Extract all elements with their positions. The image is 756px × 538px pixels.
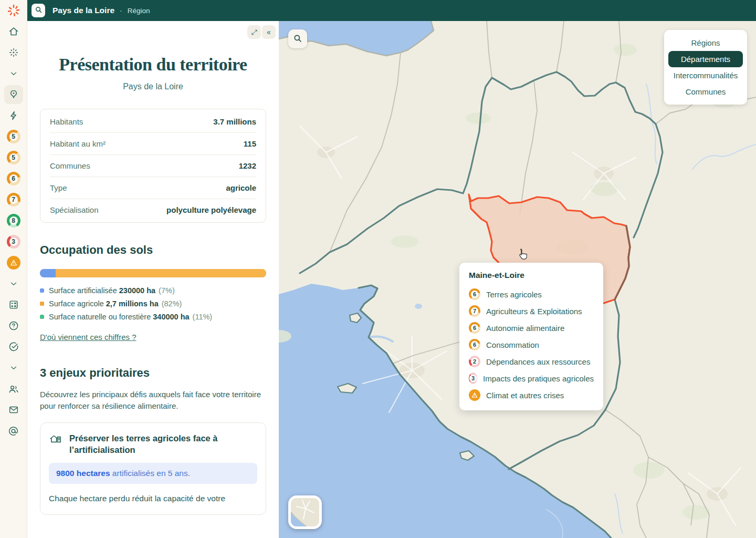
sidebar-item-help[interactable] — [6, 318, 21, 333]
sidebar-item-territory[interactable] — [4, 85, 23, 104]
legend-value: 340000 ha — [153, 313, 189, 321]
popup-item-impacts[interactable]: 3 Impacts des pratiques agricoles — [469, 370, 594, 387]
legend-swatch — [40, 315, 44, 319]
data-source-link[interactable]: D'où viennent ces chiffres ? — [40, 333, 136, 342]
sidebar-score-dependances[interactable]: 8 — [6, 213, 21, 228]
house-building-icon — [49, 432, 62, 456]
layer-option-regions[interactable]: Régions — [668, 35, 743, 51]
calculator-icon — [8, 299, 19, 311]
collapse-icon: « — [267, 28, 271, 36]
issue-stat-rest: artificialisés en 5 ans. — [110, 469, 191, 478]
stat-value: agricole — [226, 183, 256, 192]
page-subtitle: Pays de la Loire — [40, 82, 266, 91]
legend-pct: (7%) — [159, 286, 175, 295]
sidebar-item-spark[interactable] — [6, 45, 21, 60]
layer-option-intercommunalites[interactable]: Intercommunalités — [668, 67, 743, 84]
popup-item-label: Impacts des pratiques agricoles — [483, 374, 594, 383]
popup-item-terres[interactable]: 6 Terres agricoles — [469, 286, 594, 303]
popup-item-agriculteurs[interactable]: 7 Agriculteurs & Exploitations — [469, 303, 594, 319]
mail-icon — [8, 404, 19, 416]
issue-body: Chaque hectare perdu réduit la capacité … — [49, 493, 257, 504]
header-search-button[interactable] — [32, 4, 45, 17]
sidebar-item-energy[interactable] — [6, 108, 21, 123]
lightning-icon — [8, 110, 19, 121]
app-logo — [6, 3, 21, 18]
icon-rail: 5 5 6 7 8 3 — [0, 0, 27, 538]
score-value: 3 — [469, 375, 477, 382]
score-ring: 3 — [469, 373, 477, 384]
stat-label: Spécialisation — [50, 205, 99, 214]
popup-item-label: Dépendances aux ressources — [486, 357, 590, 366]
stat-label: Type — [50, 183, 67, 192]
popup-item-autonomie[interactable]: 6 Autonomie alimentaire — [469, 319, 594, 336]
expand-panel-button[interactable]: ⤢ — [247, 25, 261, 39]
stat-label: Habitants — [50, 117, 83, 126]
stat-label: Communes — [50, 161, 90, 170]
popup-item-dependances[interactable]: 2 Dépendances aux ressources — [469, 353, 594, 370]
check-circle-icon — [8, 341, 19, 353]
sidebar-item-contact[interactable] — [6, 423, 21, 438]
stat-value: polyculture polyélevage — [166, 205, 256, 214]
score-ring: 6 — [7, 172, 20, 185]
collapse-panel-button[interactable]: « — [262, 25, 276, 39]
layer-option-communes[interactable]: Communes — [668, 84, 743, 100]
territory-stats-card: Habitants 3.7 millions Habitant au km² 1… — [40, 109, 266, 223]
legend-row-artificialisee: Surface artificialisée230000 ha(7%) — [40, 286, 266, 295]
popup-item-consommation[interactable]: 6 Consommation — [469, 336, 594, 353]
sidebar-score-terres[interactable]: 5 — [6, 129, 21, 144]
score-value: 5 — [9, 132, 18, 141]
location-pin-icon — [8, 89, 19, 100]
minimap[interactable] — [288, 495, 322, 529]
sidebar-chevron-2[interactable] — [6, 276, 21, 291]
score-value: 7 — [471, 307, 478, 315]
legend-label: Surface artificialisée — [49, 286, 117, 295]
sidebar-item-calculator[interactable] — [6, 297, 21, 312]
popup-item-climat[interactable]: Climat et autres crises — [469, 387, 594, 404]
legend-pct: (82%) — [162, 299, 182, 308]
sidebar-item-community[interactable] — [6, 381, 21, 396]
score-ring: 6 — [469, 339, 480, 350]
score-value: 8 — [9, 216, 18, 225]
sidebar-chevron-1[interactable] — [6, 66, 21, 81]
map-search-button[interactable] — [288, 29, 307, 48]
sidebar-score-impacts[interactable]: 3 — [6, 234, 21, 249]
score-ring: 3 — [7, 235, 20, 249]
layer-option-departements[interactable]: Départements — [668, 51, 743, 67]
expand-icon: ⤢ — [251, 28, 257, 37]
score-value: 7 — [9, 195, 18, 204]
issue-title: Préserver les terres agricoles face à l’… — [69, 432, 257, 456]
legend-row-agricole: Surface agricole2,7 millions ha(82%) — [40, 299, 266, 308]
popup-item-label: Terres agricoles — [486, 290, 542, 299]
sidebar-item-check[interactable] — [6, 339, 21, 354]
score-ring: 8 — [7, 214, 20, 227]
score-value: 2 — [471, 358, 478, 365]
department-popup: Maine-et-Loire 6 Terres agricoles 7 Agri… — [459, 263, 603, 410]
page-title: Présentation du territoire — [40, 55, 266, 75]
chevron-down-icon — [9, 279, 18, 288]
question-circle-icon — [8, 320, 19, 332]
breadcrumb-territory: Pays de la Loire — [52, 6, 114, 15]
alert-triangle-icon — [469, 389, 480, 401]
app-header: Pays de la Loire · Région — [27, 0, 756, 21]
stat-value: 3.7 millions — [213, 117, 256, 126]
stat-row-habitants: Habitants 3.7 millions — [50, 111, 256, 133]
sidebar-item-home[interactable] — [6, 24, 21, 39]
sidebar-item-mail[interactable] — [6, 402, 21, 417]
sidebar-score-autonomie[interactable]: 6 — [6, 171, 21, 186]
issues-heading: 3 enjeux prioritaires — [40, 366, 266, 380]
stat-label: Habitant au km² — [50, 139, 106, 148]
alert-triangle-icon — [7, 256, 20, 270]
score-value: 6 — [471, 291, 478, 298]
legend-swatch — [40, 302, 44, 306]
sidebar-chevron-3[interactable] — [6, 360, 21, 375]
land-use-legend: Surface artificialisée230000 ha(7%) Surf… — [40, 286, 266, 321]
score-value: 3 — [9, 237, 18, 246]
sidebar-item-climat[interactable] — [6, 255, 21, 270]
map-canvas[interactable]: Régions Départements Intercommunalités C… — [279, 21, 756, 538]
chevron-down-icon — [9, 363, 18, 373]
popup-item-label: Agriculteurs & Exploitations — [486, 307, 582, 316]
legend-pct: (11%) — [193, 313, 213, 321]
sidebar-score-consommation[interactable]: 7 — [6, 192, 21, 207]
legend-label: Surface naturelle ou forestière — [49, 313, 151, 321]
sidebar-score-agriculteurs[interactable]: 5 — [6, 150, 21, 165]
